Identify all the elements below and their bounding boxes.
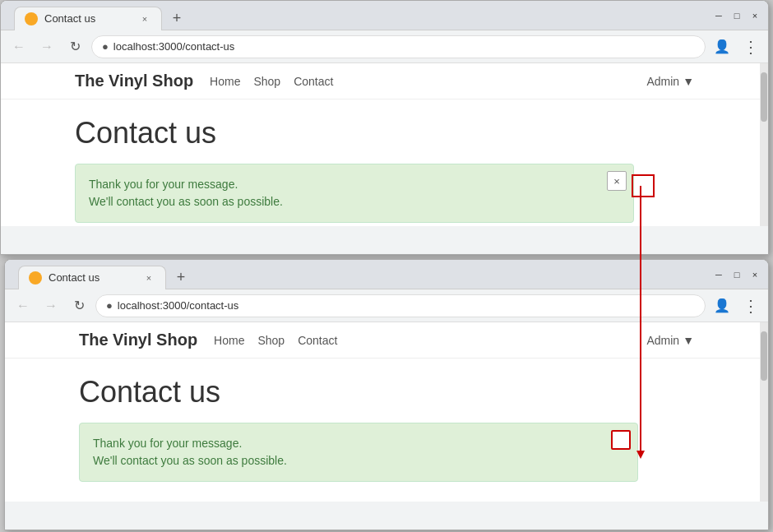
address-field[interactable]: ● localhost:3000/contact-us xyxy=(91,35,706,58)
close-window-button-bottom[interactable]: × xyxy=(748,268,761,281)
main-content-bottom: Contact us Thank you for your message. W… xyxy=(5,359,768,498)
nav-shop-top[interactable]: Shop xyxy=(253,75,280,88)
tab-favicon-bottom xyxy=(29,271,42,285)
nav-links-top: Home Shop Contact xyxy=(210,75,333,88)
back-button-bottom[interactable]: ← xyxy=(12,294,35,317)
url-text: localhost:3000/contact-us xyxy=(113,40,234,53)
nav-shop-bottom[interactable]: Shop xyxy=(257,334,285,347)
new-tab-button[interactable]: + xyxy=(165,7,188,30)
minimize-button[interactable]: ─ xyxy=(712,9,725,22)
nav-admin-bottom[interactable]: Admin ▼ xyxy=(646,334,694,347)
tab-title: Contact us xyxy=(44,12,132,25)
reload-button[interactable]: ↻ xyxy=(63,35,86,58)
browser-tab[interactable]: Contact us × xyxy=(14,7,162,30)
tab-close-button[interactable]: × xyxy=(138,12,151,25)
forward-button[interactable]: → xyxy=(35,35,58,58)
browser-window-bottom: Contact us × + ─ □ × ← → ↻ ● localhost:3… xyxy=(4,259,769,530)
alert-close-button-bottom[interactable] xyxy=(611,430,631,450)
alert-text-line2-top: We'll contact you as soon as possible. xyxy=(89,193,620,210)
alert-text-line1-top: Thank you for your message. xyxy=(89,176,620,193)
address-field-bottom[interactable]: ● localhost:3000/contact-us xyxy=(95,294,706,317)
nav-home-top[interactable]: Home xyxy=(210,75,240,88)
title-bar-top: Contact us × + ─ □ × xyxy=(1,1,768,30)
lock-icon-bottom: ● xyxy=(106,299,113,312)
nav-home-bottom[interactable]: Home xyxy=(214,334,244,347)
brand-logo-bottom[interactable]: The Vinyl Shop xyxy=(79,331,197,349)
scrollbar-bottom[interactable] xyxy=(760,322,768,502)
address-bar-row-bottom: ← → ↻ ● localhost:3000/contact-us 👤 ⋮ xyxy=(5,289,768,322)
alert-text-line2-bottom: We'll contact you as soon as possible. xyxy=(93,452,624,470)
new-tab-button-bottom[interactable]: + xyxy=(169,266,192,289)
nav-links-bottom: Home Shop Contact xyxy=(214,334,337,347)
more-menu-button[interactable]: ⋮ xyxy=(738,35,761,58)
profile-button-bottom[interactable]: 👤 xyxy=(711,294,734,317)
navbar-bottom: The Vinyl Shop Home Shop Contact Admin ▼ xyxy=(5,322,768,359)
scrollbar-top[interactable] xyxy=(760,63,768,226)
maximize-button[interactable]: □ xyxy=(730,9,743,22)
title-bar-bottom: Contact us × + ─ □ × xyxy=(5,260,768,289)
alert-box-bottom: Thank you for your message. We'll contac… xyxy=(79,423,638,482)
page-content-top: The Vinyl Shop Home Shop Contact Admin ▼… xyxy=(1,63,768,226)
tab-close-button-bottom[interactable]: × xyxy=(142,271,155,285)
alert-text-line1-bottom: Thank you for your message. xyxy=(93,435,624,452)
nav-contact-top[interactable]: Contact xyxy=(294,75,333,88)
lock-icon: ● xyxy=(102,40,109,53)
window-controls: ─ □ × xyxy=(712,9,761,22)
brand-logo-top[interactable]: The Vinyl Shop xyxy=(75,72,193,90)
alert-box-top: Thank you for your message. We'll contac… xyxy=(75,164,634,223)
more-menu-button-bottom[interactable]: ⋮ xyxy=(738,294,761,317)
back-button[interactable]: ← xyxy=(7,35,30,58)
scrollbar-thumb-top xyxy=(761,72,767,122)
address-bar-row-top: ← → ↻ ● localhost:3000/contact-us 👤 ⋮ xyxy=(1,30,768,63)
page-title-top: Contact us xyxy=(75,116,694,150)
nav-admin-top[interactable]: Admin ▼ xyxy=(646,75,694,88)
page-content-bottom: The Vinyl Shop Home Shop Contact Admin ▼… xyxy=(5,322,768,502)
window-controls-bottom: ─ □ × xyxy=(712,268,761,281)
tab-title-bottom: Contact us xyxy=(49,271,136,284)
browser-window-top: Contact us × + ─ □ × ← → ↻ ● localhost:3… xyxy=(0,0,769,255)
maximize-button-bottom[interactable]: □ xyxy=(730,268,743,281)
main-content-top: Contact us Thank you for your message. W… xyxy=(1,99,768,226)
navbar-top: The Vinyl Shop Home Shop Contact Admin ▼ xyxy=(1,63,768,99)
nav-contact-bottom[interactable]: Contact xyxy=(298,334,337,347)
browser-tab-bottom[interactable]: Contact us × xyxy=(18,266,166,289)
url-text-bottom: localhost:3000/contact-us xyxy=(118,299,238,312)
reload-button-bottom[interactable]: ↻ xyxy=(67,294,90,317)
tab-favicon xyxy=(25,12,38,25)
alert-close-button-top[interactable]: × xyxy=(607,171,627,191)
forward-button-bottom[interactable]: → xyxy=(39,294,62,317)
minimize-button-bottom[interactable]: ─ xyxy=(712,268,725,281)
scrollbar-thumb-bottom xyxy=(761,331,767,381)
close-window-button[interactable]: × xyxy=(748,9,761,22)
page-title-bottom: Contact us xyxy=(79,375,694,409)
profile-button[interactable]: 👤 xyxy=(711,35,734,58)
